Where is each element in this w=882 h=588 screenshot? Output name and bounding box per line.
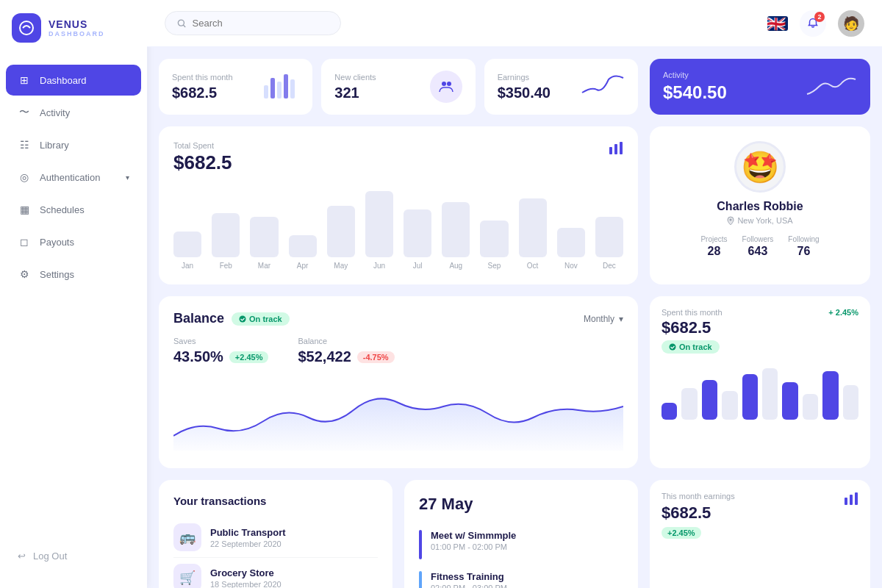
svg-point-13: [240, 315, 246, 322]
profile-name: Charles Robbie: [717, 200, 803, 213]
earnings-label: Earnings: [498, 73, 551, 82]
transactions-card: Your transactions 🚌 Public Transport 22 …: [159, 480, 392, 588]
stat-earnings: Earnings $350.40: [484, 59, 638, 115]
earnings-mini-card: This month earnings $682.5 +2.45%: [650, 480, 870, 588]
payouts-icon: ◻: [18, 235, 31, 248]
user-avatar[interactable]: 🧑: [838, 10, 864, 37]
svg-point-7: [442, 82, 446, 86]
sidebar: VENUS DASHBOARD ⊞ Dashboard 〜 Activity ☷…: [0, 0, 147, 588]
transaction-icon: 🚌: [173, 523, 201, 551]
sidebar-item-label: Settings: [40, 269, 74, 280]
content-area: Spent this month $682.5 New clients: [147, 47, 882, 588]
mini-bar-chart: [662, 361, 858, 420]
sidebar-item-label: Payouts: [40, 237, 74, 248]
logo-icon: [12, 13, 41, 43]
activity-sparkline: [806, 72, 857, 101]
logo-title: VENUS: [49, 18, 105, 30]
bar: [480, 220, 508, 257]
profile-stats: Projects 28 Followers 643 Following 76: [700, 235, 819, 258]
sidebar-item-label: Library: [40, 140, 69, 151]
bar-label: Mar: [258, 262, 270, 270]
svg-rect-10: [614, 144, 617, 154]
mini-bar: [681, 388, 697, 420]
saves-metric: Saves 43.50% +2.45%: [173, 337, 268, 365]
event-time: 01:00 PM - 02:00 PM: [431, 542, 516, 551]
mini-bar: [662, 403, 677, 420]
balance-title: Balance: [173, 311, 224, 326]
activity-icon: 〜: [18, 106, 31, 119]
earnings-mini-badge: +2.45%: [662, 527, 701, 539]
svg-rect-6: [290, 79, 295, 98]
following-stat: Following 76: [788, 235, 819, 258]
event-time: 02:00 PM - 03:00 PM: [431, 584, 507, 588]
stats-row: Spent this month $682.5 New clients: [159, 59, 638, 115]
chevron-down-icon: ▾: [126, 173, 129, 182]
bar-label: Feb: [220, 262, 232, 270]
monthly-selector[interactable]: Monthly ▾: [584, 314, 623, 324]
chevron-down-icon: ▾: [619, 314, 623, 324]
logout-section: ↩ Log Out: [0, 531, 147, 581]
notification-button[interactable]: 2: [800, 10, 826, 37]
sidebar-item-label: Dashboard: [40, 75, 87, 86]
logo-area: VENUS DASHBOARD: [0, 0, 147, 56]
logo-subtitle: DASHBOARD: [49, 30, 105, 37]
search-input[interactable]: [193, 18, 329, 29]
bar: [365, 191, 393, 257]
sidebar-item-dashboard[interactable]: ⊞ Dashboard: [6, 65, 141, 96]
bar-group: Sep: [480, 220, 508, 270]
bar-label: Oct: [527, 262, 539, 270]
list-item: 🚌 Public Transport 22 September 2020: [173, 517, 378, 558]
sidebar-navigation: ⊞ Dashboard 〜 Activity ☷ Library ◎ Authe…: [0, 56, 147, 531]
svg-rect-16: [850, 495, 853, 505]
schedule-card: 27 May Meet w/ Simmmple 01:00 PM - 02:00…: [404, 480, 638, 588]
svg-rect-17: [855, 492, 858, 505]
bar-group: Jan: [173, 232, 201, 270]
activity-label: Activity: [663, 71, 727, 79]
event-title: Meet w/ Simmmple: [431, 530, 516, 541]
bar-label: Sep: [488, 262, 501, 270]
sidebar-item-library[interactable]: ☷ Library: [6, 129, 141, 160]
sidebar-item-activity[interactable]: 〜 Activity: [6, 97, 141, 128]
chart-icon: [844, 492, 858, 509]
clients-label: New clients: [334, 73, 376, 82]
bar: [289, 235, 317, 257]
sidebar-item-settings[interactable]: ⚙ Settings: [6, 259, 141, 290]
svg-rect-11: [620, 142, 623, 154]
sidebar-item-schedules[interactable]: ▦ Schedules: [6, 194, 141, 225]
bar-group: May: [327, 206, 355, 270]
spent-label: Spent this month: [172, 73, 233, 82]
svg-rect-5: [284, 74, 288, 98]
earnings-value: $350.40: [498, 85, 551, 101]
transactions-title: Your transactions: [173, 495, 378, 507]
language-flag[interactable]: [767, 16, 788, 31]
bar-group: Apr: [289, 235, 317, 270]
sidebar-item-authentication[interactable]: ◎ Authentication ▾: [6, 162, 141, 193]
stat-clients: New clients 321: [321, 59, 475, 115]
logout-label: Log Out: [33, 551, 67, 562]
earnings-mini-value: $682.5: [662, 503, 735, 523]
transaction-icon: 🛒: [173, 564, 201, 588]
bottom-row: Your transactions 🚌 Public Transport 22 …: [159, 480, 638, 588]
auth-icon: ◎: [18, 171, 31, 184]
library-icon: ☷: [18, 138, 31, 151]
logout-button[interactable]: ↩ Log Out: [12, 543, 135, 569]
bar-label: Jan: [182, 262, 193, 270]
svg-point-0: [20, 21, 33, 35]
mini-spent-label: Spent this month: [662, 308, 723, 317]
sidebar-item-payouts[interactable]: ◻ Payouts: [6, 226, 141, 257]
total-spent-card: Total Spent $682.5 JanFebMarAprMayJunJul…: [159, 126, 638, 284]
bar-label: May: [334, 262, 348, 270]
bar-label: Jul: [413, 262, 423, 270]
svg-rect-2: [264, 85, 268, 98]
search-container[interactable]: [165, 11, 341, 35]
dashboard-icon: ⊞: [18, 74, 31, 87]
bar: [173, 232, 201, 257]
svg-rect-4: [277, 82, 282, 98]
bar: [595, 217, 623, 257]
bar-group: Oct: [519, 198, 547, 270]
clients-icon-box: [430, 71, 462, 103]
bar-label: Dec: [603, 262, 616, 270]
bar: [404, 209, 431, 257]
event-title: Fitness Training: [431, 571, 507, 582]
profile-avatar: 🤩: [734, 141, 786, 193]
